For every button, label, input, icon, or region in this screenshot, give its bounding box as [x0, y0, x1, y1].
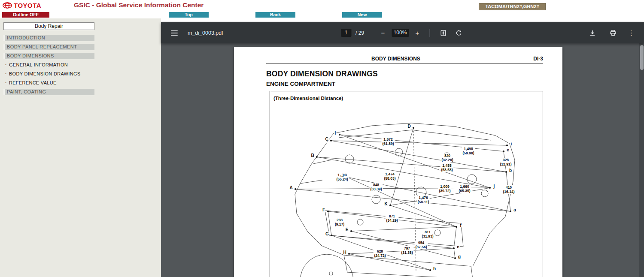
- point-label: E: [345, 227, 349, 232]
- print-icon[interactable]: [608, 27, 619, 39]
- sidebar-title: Body Repair: [3, 22, 94, 30]
- dimension-label: 410(16.14): [502, 185, 516, 194]
- dimension-label-layer: 1,572(61.89)1,498(58.98)820(32.28)328(12…: [270, 91, 544, 277]
- dimension-label: 1,476(58.11): [417, 196, 430, 204]
- sidebar-item-label: GENERAL INFORMATION: [9, 62, 68, 67]
- point-label: G: [325, 232, 329, 236]
- point-label: i: [510, 142, 513, 146]
- new-button[interactable]: New: [342, 12, 382, 18]
- sidebar-item-reference-value[interactable]: ·REFERENCE VALUE: [3, 80, 94, 86]
- sidebar: Body Repair INTRODUCTION BODY PANEL REPL…: [0, 18, 161, 277]
- dimension-label: 1,009(39.72): [438, 184, 452, 193]
- doc-subsection-title: ENGINE COMPARTMENT: [266, 81, 543, 87]
- dimension-label: 797(31.38): [401, 246, 414, 255]
- zoom-level-input[interactable]: 100%: [392, 29, 409, 37]
- sidebar-item-body-dimensions[interactable]: BODY DIMENSIONS: [3, 53, 94, 59]
- viewer-scrollbar[interactable]: [639, 43, 644, 277]
- point-label: I: [334, 131, 337, 135]
- pdf-content-area[interactable]: BODY DIMENSIONS DI-3 BODY DIMENSION DRAW…: [161, 43, 644, 277]
- dimension-label: 1,498(58.98): [462, 147, 475, 155]
- sidebar-item-body-dimension-drawings[interactable]: ·BODY DIMENSION DRAWINGS: [3, 71, 94, 77]
- doc-section-title: BODY DIMENSION DRAWINGS: [266, 69, 543, 78]
- sidebar-item-label: BODY DIMENSION DRAWINGS: [9, 71, 80, 76]
- zoom-in-button[interactable]: +: [413, 29, 422, 36]
- dimension-label: 328(12.91): [499, 158, 513, 166]
- outline-toggle-button[interactable]: Outline OFF: [2, 12, 49, 18]
- toyota-emblem-icon: [3, 2, 12, 9]
- sidebar-item-label: REFERENCE VALUE: [9, 80, 57, 85]
- dimension-label: 1,474(58.03): [383, 172, 397, 181]
- back-button[interactable]: Back: [255, 12, 295, 18]
- point-label: h: [433, 266, 436, 271]
- sidebar-item-paint-coating[interactable]: PAINT, COATING: [3, 89, 94, 95]
- dimension-label: 848(33.39): [370, 183, 383, 191]
- top-button[interactable]: Top: [169, 12, 209, 18]
- point-label: A: [289, 185, 293, 190]
- download-icon[interactable]: [587, 27, 598, 39]
- sidebar-item-general-information[interactable]: ·GENERAL INFORMATION: [3, 62, 94, 68]
- doc-page-code: DI-3: [533, 56, 543, 62]
- point-label: K: [384, 202, 388, 206]
- pdf-toolbar: m_di_0003.pdf 1 / 29 − 100% +: [161, 22, 644, 43]
- point-label: B: [310, 153, 314, 158]
- dimension-label: 1,660(65.35): [458, 184, 471, 193]
- dimension-label: 811(31.93): [421, 230, 434, 238]
- zoom-out-button[interactable]: −: [379, 29, 387, 36]
- point-label: J: [341, 173, 344, 178]
- brand-text: TOYOTA: [14, 2, 41, 9]
- point-label: C: [325, 137, 328, 142]
- menu-icon[interactable]: [169, 27, 180, 39]
- pdf-viewer: m_di_0003.pdf 1 / 29 − 100% +: [161, 18, 644, 277]
- sidebar-item-body-panel-replacement[interactable]: BODY PANEL REPLACEMENT: [3, 44, 94, 50]
- point-label: F: [322, 208, 325, 212]
- dimension-label: 233(9.17): [334, 218, 345, 226]
- more-options-icon[interactable]: ⋮: [628, 29, 635, 37]
- toolbar-divider: [429, 29, 430, 37]
- dimension-label: 1,572(61.89): [382, 137, 395, 146]
- sidebar-nav-list: INTRODUCTION BODY PANEL REPLACEMENT BODY…: [3, 35, 94, 95]
- doc-header-title: BODY DIMENSIONS: [371, 56, 420, 62]
- bullet-icon: ·: [5, 80, 7, 85]
- point-label: c: [506, 148, 510, 152]
- bullet-icon: ·: [5, 62, 7, 67]
- point-label: f: [459, 223, 462, 228]
- figure-box: 1,572(61.89)1,498(58.98)820(32.28)328(12…: [270, 91, 543, 277]
- fit-page-icon[interactable]: [437, 27, 449, 39]
- dimension-label: 628(24.72): [374, 249, 387, 258]
- pdf-page: BODY DIMENSIONS DI-3 BODY DIMENSION DRAW…: [234, 47, 562, 277]
- point-label: e: [456, 244, 460, 249]
- point-label: D: [407, 124, 411, 129]
- scrollbar-thumb[interactable]: [640, 45, 644, 70]
- dimension-label: 1,488(58.58): [440, 163, 454, 172]
- pdf-filename: m_di_0003.pdf: [188, 30, 223, 36]
- point-label: b: [509, 168, 512, 173]
- model-badge: TACOMA/TRN2#,GRN2#: [479, 3, 546, 10]
- page-count-label: / 29: [355, 30, 364, 36]
- nav-button-row: Outline OFF Top Back New: [0, 12, 644, 18]
- point-label: j: [493, 184, 495, 189]
- sidebar-item-introduction[interactable]: INTRODUCTION: [3, 35, 94, 41]
- dimension-label: 820(32.28): [441, 154, 454, 162]
- bullet-icon: ·: [5, 71, 7, 76]
- dimension-label: 871(34.29): [386, 214, 399, 223]
- rotate-icon[interactable]: [453, 27, 464, 39]
- dimension-label: 954(37.56): [415, 241, 428, 249]
- doc-running-header: BODY DIMENSIONS DI-3: [266, 47, 543, 63]
- toyota-logo: TOYOTA: [3, 2, 41, 9]
- point-label: g: [458, 254, 461, 259]
- app-title: GSIC - Global Service Information Center: [74, 1, 204, 9]
- figure-caption: (Three-Dimensional Distance): [273, 96, 343, 101]
- point-label: a: [513, 208, 516, 212]
- page-number-input[interactable]: 1: [341, 29, 351, 37]
- point-label: H: [343, 250, 346, 255]
- top-header: TOYOTA GSIC - Global Service Information…: [0, 0, 644, 12]
